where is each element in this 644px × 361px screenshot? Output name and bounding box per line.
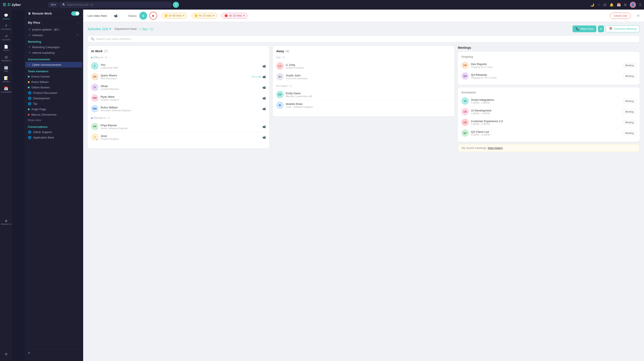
- sidebar-item-widgets[interactable]: ⊞ WIDGETS: [1, 54, 11, 63]
- channel-marketing-campaigns[interactable]: # Marketing Campaigns: [25, 44, 82, 50]
- checkout-button[interactable]: Check Out: [610, 13, 631, 19]
- office-in-label: Office In: [94, 56, 103, 59]
- user-avatar[interactable]: 👤: [630, 2, 636, 8]
- more-icon[interactable]: ···: [77, 21, 80, 24]
- conv-admin-support[interactable]: 🌐 Admin Support: [24, 129, 83, 135]
- member-development[interactable]: 🌐 Development: [24, 96, 83, 101]
- channel-zylker-announcements[interactable]: # Zylker-Announcements: [25, 62, 82, 68]
- hash-icon: #: [29, 33, 30, 37]
- list-item: UD UI Development 3:00PM - 3:30PM Meetin…: [461, 106, 636, 117]
- sidebar-item-history[interactable]: ↺ HISTORY: [1, 33, 11, 42]
- status-online-button[interactable]: 🖥: [139, 12, 147, 20]
- away-label: Away: [276, 50, 284, 53]
- join-meeting-button[interactable]: Meeting: [623, 120, 636, 124]
- conv-application-base[interactable]: 🌐 Application Base: [24, 135, 83, 140]
- meeting-time: 5:30PM - 6:30PM: [471, 134, 621, 136]
- video-call-icon[interactable]: 📹: [262, 86, 266, 89]
- member-rufus-william[interactable]: Rufus William: [24, 79, 83, 85]
- sidebar-item-settings[interactable]: ⚙: [1, 349, 11, 359]
- away-count: (4): [286, 50, 289, 53]
- channel-releases[interactable]: # releases ♡: [25, 32, 82, 38]
- close-banner-icon[interactable]: ✕: [637, 14, 640, 18]
- member-marcus-zimmerman[interactable]: Marcus Zimmerman: [24, 112, 83, 117]
- timer1-button[interactable]: 🟡 for 60 mins ▾: [162, 13, 187, 18]
- video-call-icon[interactable]: 📹: [262, 75, 266, 78]
- settings-icon[interactable]: ⚙: [28, 352, 30, 354]
- join-meeting-button[interactable]: Meeting: [623, 63, 636, 68]
- member-name: You: [100, 63, 260, 66]
- search-members-input[interactable]: [96, 37, 636, 40]
- bell-icon[interactable]: 🔔: [610, 3, 614, 7]
- at-icon[interactable]: @: [603, 3, 606, 6]
- channel-referral-marketing[interactable]: # referral-marketing: [25, 50, 82, 56]
- grid-icon[interactable]: ⊞: [624, 3, 627, 7]
- meet-now-dropdown-button[interactable]: ▾: [598, 26, 604, 32]
- sidebar-item-channels[interactable]: # CHANNELS: [1, 22, 11, 32]
- video-call-icon[interactable]: 📹: [262, 125, 266, 128]
- away-column: Away (4) Out • 2 LJ: [273, 46, 454, 116]
- avatar: J: [91, 134, 98, 141]
- video-feed-button[interactable]: 📹: [112, 12, 120, 20]
- ongoing-label: Ongoing: [461, 55, 636, 58]
- view-history-link[interactable]: View history: [488, 146, 503, 150]
- member-actions: 📹: [262, 64, 266, 68]
- apps-icon[interactable]: ⠿: [639, 3, 642, 7]
- meeting-avatar: CE: [461, 119, 469, 126]
- schedule-meeting-button[interactable]: 📅 Schedule Meeting: [606, 26, 640, 32]
- calendar-icon[interactable]: 📅: [617, 3, 621, 7]
- join-meeting-button[interactable]: Meeting: [623, 74, 636, 78]
- sidebar-item-calendar[interactable]: 📅 CALENDER: [1, 85, 11, 94]
- meeting-avatar: SI: [461, 97, 469, 105]
- member-emma-cartner[interactable]: Emma Cartner: [24, 74, 83, 79]
- star-icon[interactable]: ☆: [598, 3, 600, 7]
- in-label: In: [151, 27, 153, 31]
- add-button[interactable]: +: [173, 2, 179, 8]
- live-video-label: Live video feed:: [88, 14, 107, 18]
- chevron-down-icon[interactable]: ▾: [109, 27, 111, 31]
- search-input[interactable]: [67, 3, 169, 6]
- timer2-button[interactable]: 🟡 for 15 mins ▾: [192, 13, 217, 18]
- org-icon: 🏢: [4, 66, 8, 70]
- video-call-icon[interactable]: 📹: [262, 64, 266, 68]
- meet-now-button[interactable]: 📞 Meet Now: [572, 26, 596, 32]
- meeting-info: QA Rewamp Ongoing for 1hr 12 mins: [471, 73, 621, 79]
- remote-work-toggle[interactable]: [71, 11, 80, 16]
- status-busy-button[interactable]: ⏺: [149, 12, 157, 20]
- member-product-discussion[interactable]: 🌐 Product Discussion: [24, 90, 83, 96]
- member-info: Quinn Rivers Web Developer: [100, 74, 249, 80]
- sidebar-item-org[interactable]: 🏢 ORG: [1, 64, 11, 74]
- search-scope-selector[interactable]: All ▾: [48, 2, 58, 8]
- remote-in-section: Remote In • 2 PR Priya Raman Senior: [91, 116, 266, 142]
- meetings-title: Meetings: [458, 46, 640, 50]
- remote-in-label: Remote In: [94, 116, 105, 120]
- globe-icon: 🌐: [28, 97, 31, 100]
- member-gilbert-bowers[interactable]: Gilbert Bowers: [24, 85, 83, 90]
- video-call-icon[interactable]: 📹: [262, 136, 266, 139]
- moon-icon[interactable]: 🌙: [590, 3, 594, 7]
- schedule-label: Schedule Meeting: [614, 27, 636, 30]
- status-dot: [96, 78, 98, 80]
- office-in-count: 5: [106, 56, 107, 59]
- channel-project-updates[interactable]: # project-updates : @Z...: [25, 26, 82, 32]
- sidebar-item-notes[interactable]: 📝 NOTES: [1, 74, 11, 84]
- member-angie-page[interactable]: Angie Page: [24, 106, 83, 112]
- show-more-button[interactable]: Show more: [24, 117, 83, 123]
- video-call-icon[interactable]: 📹: [262, 107, 266, 110]
- hamburger-icon[interactable]: ☰: [2, 2, 6, 7]
- join-meeting-button[interactable]: Meeting: [623, 99, 636, 103]
- search-scope-label: All: [51, 3, 54, 6]
- sidebar-item-files[interactable]: 📄 FILES: [1, 43, 11, 53]
- member-name: Quinn Rivers: [100, 74, 249, 77]
- channels-icon: #: [5, 24, 7, 28]
- status-dot: [96, 89, 98, 91]
- member-taz[interactable]: 🌐 Taz: [24, 101, 83, 106]
- dept-label: Department head :: [114, 27, 138, 30]
- timer3-button[interactable]: 🔴 for 15 mins ▾: [222, 13, 247, 18]
- join-meeting-button[interactable]: Meeting: [623, 110, 636, 114]
- join-meeting-button[interactable]: Meeting: [623, 131, 636, 135]
- sidebar-item-projects[interactable]: ◈ PROJECTS: [1, 217, 11, 227]
- meet-now-label: Meet Now: [580, 27, 593, 30]
- video-call-icon[interactable]: 📹: [262, 96, 266, 100]
- sidebar-item-chats[interactable]: 💬 CHATS: [1, 12, 11, 21]
- list-item: QC QA Check List 5:30PM - 6:30PM Meeting: [461, 128, 636, 138]
